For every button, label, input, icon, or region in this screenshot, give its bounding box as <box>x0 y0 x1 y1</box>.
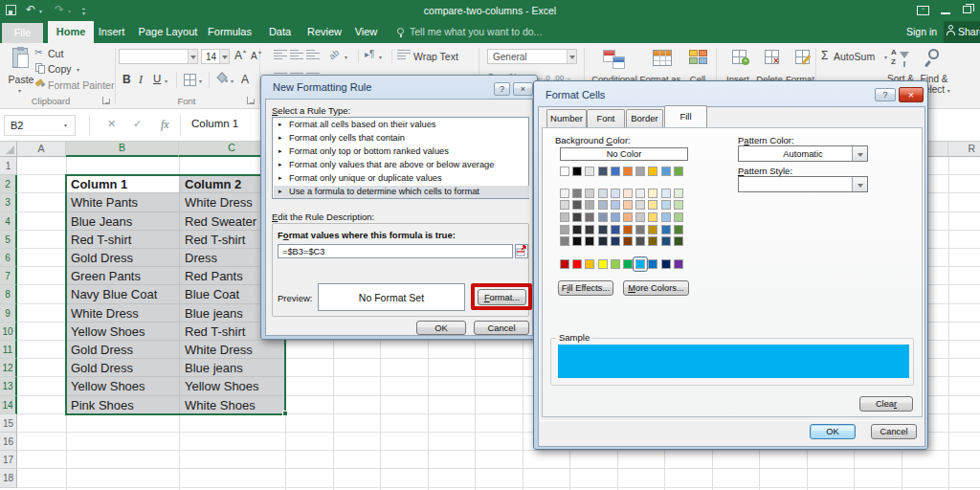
palette-tint-swatch[interactable] <box>611 236 620 246</box>
palette-standard-swatch[interactable] <box>560 259 569 269</box>
number-format-combo[interactable]: General <box>487 49 577 64</box>
palette-theme-swatch[interactable] <box>598 167 608 176</box>
tab-insert[interactable]: Insert <box>96 21 127 43</box>
fill-color-caret-icon[interactable]: ▾ <box>231 78 234 84</box>
column-header-a[interactable]: A <box>17 142 66 156</box>
palette-tint-swatch[interactable] <box>661 236 671 246</box>
tab-data[interactable]: Data <box>266 21 294 43</box>
orientation-caret-icon[interactable]: ▾ <box>345 54 347 60</box>
italic-button[interactable]: I <box>139 73 143 87</box>
palette-standard-swatch[interactable] <box>661 259 671 269</box>
palette-tint-swatch[interactable] <box>585 200 594 210</box>
palette-tint-swatch[interactable] <box>674 225 683 234</box>
rule-type-option[interactable]: ▸Format only unique or duplicate values <box>274 172 529 186</box>
increase-font-button[interactable]: A▴ <box>234 49 242 62</box>
row-header-15[interactable]: 15 <box>0 414 17 433</box>
row-header-7[interactable]: 7 <box>0 267 17 285</box>
row-header-5[interactable]: 5 <box>0 231 17 249</box>
sign-in-link[interactable]: Sign in <box>906 26 937 37</box>
row-header-14[interactable]: 14 <box>0 396 17 414</box>
format-cells-tab-number[interactable]: Number <box>546 109 587 127</box>
decrease-font-button[interactable]: A▾ <box>251 51 257 61</box>
palette-tint-swatch[interactable] <box>585 236 594 246</box>
text-direction-caret-icon[interactable]: ▾ <box>379 54 382 60</box>
clear-button[interactable]: Clear <box>859 396 913 412</box>
palette-tint-swatch[interactable] <box>661 212 671 222</box>
row-header-3[interactable]: 3 <box>0 193 17 212</box>
ok-button[interactable]: OK <box>810 424 856 439</box>
format-cells-tab-border[interactable]: Border <box>626 109 663 127</box>
tab-view[interactable]: View <box>348 21 384 43</box>
palette-theme-swatch[interactable] <box>661 167 671 176</box>
palette-tint-swatch[interactable] <box>611 225 620 234</box>
enter-entry-icon[interactable]: ✓ <box>133 118 142 130</box>
palette-tint-swatch[interactable] <box>585 189 594 198</box>
rule-type-option[interactable]: ▸Format only top or bottom ranked values <box>274 145 529 159</box>
palette-tint-swatch[interactable] <box>611 212 620 222</box>
tab-formulas[interactable]: Formulas <box>207 21 253 43</box>
row-header-4[interactable]: 4 <box>0 212 17 231</box>
palette-tint-swatch[interactable] <box>648 225 657 234</box>
palette-tint-swatch[interactable] <box>623 189 633 198</box>
palette-tint-swatch[interactable] <box>572 200 582 210</box>
fill-handle[interactable] <box>282 411 288 416</box>
palette-tint-swatch[interactable] <box>572 212 582 222</box>
row-header-6[interactable]: 6 <box>0 249 17 267</box>
palette-theme-swatch[interactable] <box>585 167 594 176</box>
row-header-1[interactable]: 1 <box>0 157 17 175</box>
palette-theme-swatch[interactable] <box>611 167 620 176</box>
row-header-18[interactable]: 18 <box>0 469 17 487</box>
underline-button[interactable]: U <box>153 73 161 84</box>
palette-theme-swatch[interactable] <box>635 167 645 176</box>
palette-tint-swatch[interactable] <box>560 189 569 198</box>
orientation-icon[interactable]: ab <box>327 48 341 61</box>
row-header-2[interactable]: 2 <box>0 175 17 193</box>
palette-tint-swatch[interactable] <box>648 236 657 246</box>
palette-tint-swatch[interactable] <box>560 212 569 222</box>
palette-tint-swatch[interactable] <box>572 236 582 246</box>
palette-tint-swatch[interactable] <box>560 200 569 210</box>
palette-standard-swatch[interactable] <box>648 259 657 269</box>
help-button[interactable]: ? <box>875 88 896 101</box>
ok-button[interactable]: OK <box>416 321 466 335</box>
palette-tint-swatch[interactable] <box>635 236 645 246</box>
font-color-button[interactable]: A <box>241 73 249 86</box>
palette-standard-swatch[interactable] <box>635 259 645 269</box>
palette-tint-swatch[interactable] <box>635 200 645 210</box>
palette-standard-swatch[interactable] <box>674 259 683 269</box>
ribbon-options-icon[interactable]: ⌃ <box>917 6 929 15</box>
align-bottom-icon[interactable] <box>306 50 320 60</box>
pattern-style-dropdown-icon[interactable] <box>852 177 867 191</box>
borders-button[interactable] <box>184 74 196 86</box>
palette-tint-swatch[interactable] <box>661 225 671 234</box>
pattern-color-combo[interactable]: Automatic <box>738 145 868 162</box>
palette-tint-swatch[interactable] <box>598 189 608 198</box>
palette-tint-swatch[interactable] <box>585 225 594 234</box>
palette-tint-swatch[interactable] <box>648 212 657 222</box>
palette-tint-swatch[interactable] <box>661 200 671 210</box>
no-color-button[interactable]: No Color <box>560 147 688 161</box>
row-header-9[interactable]: 9 <box>0 304 17 323</box>
palette-tint-swatch[interactable] <box>648 189 657 198</box>
palette-tint-swatch[interactable] <box>585 212 594 222</box>
palette-tint-swatch[interactable] <box>623 236 633 246</box>
underline-caret-icon[interactable]: ▾ <box>165 78 167 84</box>
palette-theme-swatch[interactable] <box>674 167 683 176</box>
rule-type-list[interactable]: ▸Format all cells based on their values▸… <box>272 117 529 199</box>
palette-tint-swatch[interactable] <box>661 189 671 198</box>
palette-theme-swatch[interactable] <box>572 167 582 176</box>
palette-standard-swatch[interactable] <box>585 259 594 269</box>
rule-type-option[interactable]: ▸Use a formula to determine which cells … <box>274 186 529 199</box>
palette-tint-swatch[interactable] <box>611 200 620 210</box>
rule-type-option[interactable]: ▸Format all cells based on their values <box>274 119 529 132</box>
fill-color-button[interactable] <box>216 74 228 83</box>
palette-theme-swatch[interactable] <box>623 167 633 176</box>
palette-tint-swatch[interactable] <box>674 236 683 246</box>
cancel-button[interactable]: Cancel <box>474 321 529 335</box>
palette-tint-swatch[interactable] <box>598 212 608 222</box>
pattern-color-dropdown-icon[interactable] <box>852 146 867 161</box>
more-colors-button[interactable]: More Colors... <box>623 280 689 296</box>
font-dialog-launcher[interactable] <box>247 97 255 104</box>
range-picker-button[interactable] <box>515 244 528 258</box>
row-header-16[interactable]: 16 <box>0 433 17 451</box>
